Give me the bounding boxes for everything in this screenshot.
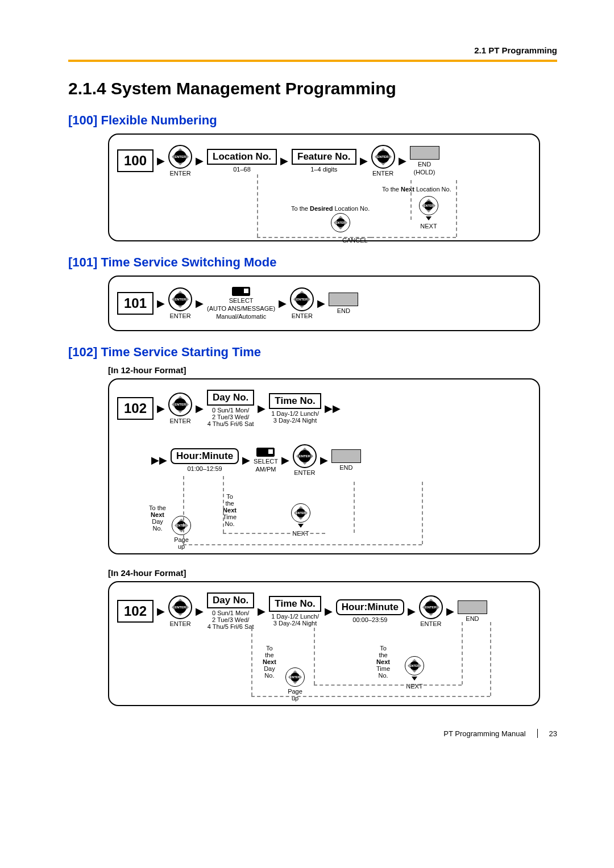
end-label: END	[466, 615, 479, 622]
feature-no-box: Feature No.	[292, 149, 356, 165]
nav-circle-icon: ENTER	[331, 213, 350, 232]
header-rule	[68, 60, 557, 62]
heading-102: [102] Time Service Starting Time	[68, 345, 557, 360]
enter-button-icon: ENTER	[293, 444, 317, 468]
hm-range-24: 00:00–23:59	[352, 616, 387, 623]
select-button-icon	[232, 287, 250, 296]
page-up-label: Page up	[172, 536, 191, 550]
next-time-note: To the Next Time No.	[223, 493, 237, 527]
arrow-icon: ▶	[258, 402, 265, 415]
enter-label: ENTER	[372, 170, 393, 177]
end-button	[329, 293, 358, 306]
location-range: 01–68	[233, 166, 251, 173]
page-title: 2.1.4 System Management Programming	[68, 79, 557, 98]
code-102: 102	[117, 397, 154, 420]
page-footer: PT Programming Manual 23	[68, 729, 557, 738]
day-list: 0 Sun/1 Mon/ 2 Tue/3 Wed/ 4 Thu/5 Fri/6 …	[208, 610, 254, 630]
diagram-101: 101 ▶ ENTER ENTER ▶ SELECT (AUTO ANS/MES…	[108, 276, 540, 331]
enter-button-icon: ENTER	[168, 393, 192, 416]
enter-label: ENTER	[169, 170, 190, 177]
time-list: 1 Day-1/2 Lunch/ 3 Day-2/4 Night	[271, 613, 319, 627]
arrow-icon: ▶	[157, 297, 165, 310]
arrow-icon: ▶	[399, 155, 406, 167]
hm-range-12: 01:00–12:59	[187, 465, 222, 472]
select-label: SELECT	[254, 458, 278, 465]
arrow-icon: ▶	[196, 155, 204, 167]
code-100: 100	[117, 149, 154, 172]
arrow-icon: ▶	[196, 605, 204, 617]
enter-label: ENTER	[169, 312, 190, 319]
arrow-icon: ▶	[196, 402, 204, 415]
nav-circle-icon: ENTER	[291, 503, 310, 523]
feature-range: 1–4 digits	[310, 166, 337, 173]
arrow-icon: ▶	[157, 155, 165, 167]
arrow-icon: ▶	[157, 402, 165, 415]
heading-101: [101] Time Service Switching Mode	[68, 255, 557, 270]
header-section-label: 2.1 PT Programming	[68, 45, 557, 55]
enter-button-icon: ENTER	[419, 595, 443, 619]
arrow-icon: ▶	[280, 155, 288, 167]
arrow-icon: ▶	[242, 454, 250, 466]
hour-minute-box: Hour:Minute	[336, 599, 404, 615]
next-day-note: To the Next Day No.	[149, 504, 166, 532]
next-time-note: To the Next Time No.	[376, 645, 390, 679]
diagram-102-12h: 102 ▶ ENTER ENTER ▶ Day No. 0 Sun/1 Mon/…	[108, 378, 540, 554]
next-day-note: To the Next Day No.	[263, 645, 276, 679]
arrow-icon: ▶	[281, 454, 289, 466]
day-no-box: Day No.	[207, 390, 254, 406]
page: 2.1 PT Programming 2.1.4 System Manageme…	[0, 0, 614, 772]
enter-button-icon: ENTER	[290, 287, 314, 311]
arrow-icon: ▶	[157, 605, 165, 617]
arrow-icon: ▶	[446, 605, 454, 617]
enter-label: ENTER	[169, 620, 190, 627]
code-101: 101	[117, 292, 154, 315]
time-no-box: Time No.	[269, 393, 321, 409]
footer-page-number: 23	[549, 729, 557, 738]
auto-ans-label: (AUTO ANS/MESSAGE)	[207, 305, 275, 312]
arrow-icon: ▶▶	[325, 402, 341, 415]
next-label: NEXT	[406, 683, 422, 690]
arrow-icon: ▶	[320, 454, 328, 466]
time-no-box: Time No.	[269, 596, 321, 612]
nav-circle-icon: ENTER	[172, 516, 191, 535]
location-no-box: Location No.	[207, 149, 277, 165]
enter-button-icon: ENTER	[168, 145, 192, 169]
enter-button-icon: ENTER	[168, 595, 192, 619]
arrow-icon: ▶	[279, 297, 287, 310]
nav-circle-icon: ENTER	[405, 656, 424, 675]
diagram-102-24h: 102 ▶ ENTER ENTER ▶ Day No. 0 Sun/1 Mon/…	[108, 581, 540, 706]
arrow-icon: ▶	[360, 155, 368, 167]
enter-label: ENTER	[169, 418, 190, 424]
arrow-icon: ▶	[325, 605, 333, 617]
select-label: SELECT	[229, 297, 254, 304]
heading-100: [100] Flexible Numbering	[68, 113, 557, 128]
next-location-note: To the Next Location No.	[382, 186, 451, 193]
nav-circle-icon: ENTER	[285, 667, 305, 687]
arrow-icon: ▶	[408, 605, 416, 617]
day-list: 0 Sun/1 Mon/ 2 Tue/3 Wed/ 4 Thu/5 Fri/6 …	[208, 407, 254, 427]
end-label: END	[337, 307, 350, 314]
diagram-100: 100 ▶ ENTER ENTER ▶ Location No. 01–68 ▶…	[108, 133, 540, 241]
hold-label: (HOLD)	[414, 169, 435, 176]
arrow-icon: ▶	[196, 297, 204, 310]
manual-auto-label: Manual/Automatic	[216, 313, 266, 320]
arrow-icon: ▶	[317, 297, 325, 310]
enter-label: ENTER	[294, 469, 315, 476]
arrow-icon: ▶▶	[151, 454, 167, 466]
end-hold-button	[410, 146, 439, 160]
code-102b: 102	[117, 600, 154, 623]
nav-circle-icon: ENTER	[419, 196, 438, 215]
enter-label: ENTER	[420, 620, 441, 627]
day-no-box: Day No.	[207, 592, 254, 608]
end-label: END	[339, 464, 352, 471]
end-button	[331, 449, 361, 463]
desired-location-note: To the Desired Location No.	[291, 205, 370, 212]
format-12-label: [In 12-hour Format]	[108, 365, 557, 375]
end-label: END	[418, 161, 431, 168]
footer-manual-name: PT Programming Manual	[443, 729, 525, 738]
enter-label: ENTER	[292, 312, 313, 319]
ampm-label: AM/PM	[255, 466, 276, 473]
format-24-label: [In 24-hour Format]	[108, 568, 557, 578]
enter-button-icon: ENTER	[371, 145, 395, 169]
enter-button-icon: ENTER	[168, 287, 192, 311]
